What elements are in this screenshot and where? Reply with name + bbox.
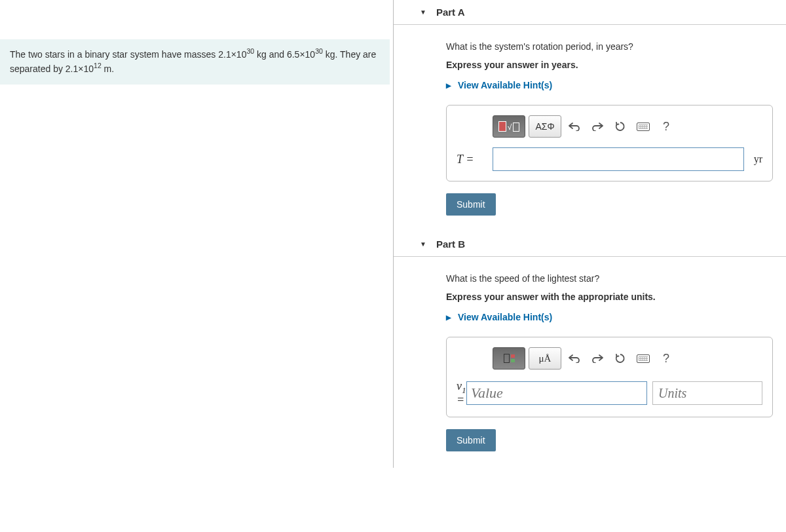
part-a-hints-toggle[interactable]: ▶ View Available Hint(s) (446, 80, 773, 90)
templates-button[interactable] (493, 347, 525, 370)
part-a-header[interactable]: ▼ Part A (394, 0, 786, 25)
greek-button[interactable]: ΑΣΦ (529, 115, 561, 138)
part-b-title: Part B (436, 238, 465, 250)
value-template-icon (504, 354, 515, 363)
keyboard-icon (637, 123, 650, 131)
part-b-hints-toggle[interactable]: ▶ View Available Hint(s) (446, 312, 773, 322)
part-b-toolbar: μÅ ? (493, 347, 762, 370)
part-b-answer-box: μÅ ? (446, 337, 773, 417)
part-a-question: What is the system's rotation period, in… (446, 41, 773, 52)
templates-button[interactable]: √ (493, 115, 525, 138)
chevron-down-icon: ▼ (420, 240, 426, 248)
part-a-toolbar: √ ΑΣΦ (493, 115, 762, 138)
part-b-header[interactable]: ▼ Part B (394, 232, 786, 257)
reset-button[interactable] (610, 116, 630, 137)
redo-button[interactable] (588, 116, 607, 137)
undo-button[interactable] (565, 116, 584, 137)
hints-label: View Available Hint(s) (458, 312, 552, 322)
part-b-question: What is the speed of the lightest star? (446, 273, 773, 284)
part-b: ▼ Part B What is the speed of the lighte… (394, 232, 786, 468)
problem-statement: The two stars in a binary star system ha… (0, 39, 390, 85)
undo-button[interactable] (565, 348, 584, 369)
part-a-submit-button[interactable]: Submit (446, 193, 496, 216)
chevron-right-icon: ▶ (446, 314, 451, 321)
part-a-instruction: Express your answer in years. (446, 60, 773, 70)
redo-button[interactable] (588, 348, 607, 369)
hints-label: View Available Hint(s) (458, 80, 552, 90)
part-a-title: Part A (436, 7, 465, 18)
chevron-right-icon: ▶ (446, 82, 451, 89)
part-b-units-input[interactable] (652, 381, 762, 405)
reset-button[interactable] (610, 348, 630, 369)
help-button[interactable]: ? (656, 116, 676, 137)
part-b-value-input[interactable] (466, 381, 647, 405)
part-b-instruction: Express your answer with the appropriate… (446, 292, 773, 302)
part-b-variable: v1 = (457, 379, 466, 407)
keyboard-button[interactable] (633, 116, 653, 137)
part-b-submit-button[interactable]: Submit (446, 429, 496, 451)
chevron-down-icon: ▼ (420, 9, 426, 16)
part-a-answer-input[interactable] (493, 147, 744, 171)
keyboard-button[interactable] (633, 348, 653, 369)
part-a-variable: T = (457, 153, 493, 166)
part-a-unit: yr (754, 153, 762, 165)
fraction-sqrt-icon: √ (498, 121, 520, 132)
units-icon-label: μÅ (539, 353, 552, 364)
keyboard-icon (637, 354, 650, 363)
part-a: ▼ Part A What is the system's rotation p… (394, 0, 786, 232)
part-a-answer-box: √ ΑΣΦ (446, 105, 773, 181)
units-button[interactable]: μÅ (529, 347, 561, 370)
help-button[interactable]: ? (656, 348, 676, 369)
